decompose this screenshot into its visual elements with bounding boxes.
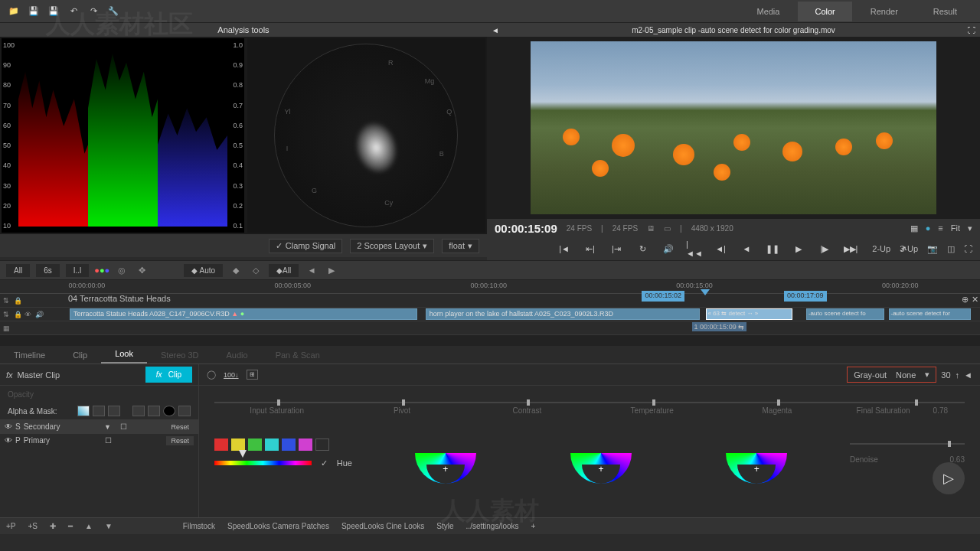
grid-view-icon[interactable]: ▦ (910, 223, 918, 233)
scope-mode-dropdown[interactable]: float ▾ (442, 239, 479, 253)
secondary-reset-button[interactable]: Reset (166, 422, 194, 432)
style-button[interactable]: Style (436, 522, 453, 530)
track-eye-icon[interactable]: 👁 (24, 311, 33, 318)
param-magenta[interactable]: Magenta (714, 386, 839, 415)
swatch-yellow[interactable] (231, 439, 245, 451)
fx-icon[interactable]: fx (6, 370, 13, 380)
alpha-btn-1[interactable] (77, 406, 90, 416)
clamp-signal-toggle[interactable]: ✓ Clamp Signal (269, 239, 342, 253)
track-expand-icon[interactable]: ⊕ (962, 295, 969, 305)
tab-render[interactable]: Render (854, 2, 915, 21)
denoise-row[interactable] (850, 443, 965, 445)
swatch-cyan[interactable] (265, 439, 279, 451)
alpha-btn-2[interactable] (93, 406, 105, 416)
swatch-green[interactable] (248, 439, 262, 451)
speedlooks-cine-button[interactable]: SpeedLooks Cine Looks (341, 522, 424, 530)
preferences-icon[interactable]: 🔧 (106, 4, 121, 19)
viewer-image[interactable] (531, 41, 936, 214)
param-pivot[interactable]: Pivot (339, 386, 464, 415)
timeline-ruler[interactable]: 00:00:00:00 00:00:05:00 00:00:10:00 00:0… (0, 280, 980, 294)
clip-auto2[interactable]: -auto scene detect for (889, 308, 972, 320)
alpha-btn-7[interactable] (178, 406, 191, 416)
sort-up-icon[interactable]: ▲ (85, 522, 93, 530)
next-clip-icon[interactable]: ▶▶| (843, 241, 858, 256)
play-overlay-icon[interactable]: ▷ (933, 462, 965, 494)
pause-icon[interactable]: ❚❚ (765, 241, 780, 256)
filmstock-button[interactable]: Filmstock (183, 522, 215, 530)
redo-icon[interactable]: ↷ (86, 4, 101, 19)
primary-row[interactable]: 👁 P Primary ☐ Reset (0, 433, 198, 447)
track-lock2-icon[interactable]: 🔒 (14, 311, 22, 318)
track-sort-icon[interactable]: ⇅ (3, 297, 11, 305)
set-in-icon[interactable]: ⇤| (583, 241, 598, 256)
swatch-blue[interactable] (282, 439, 296, 451)
crop-icon[interactable]: ▭ (664, 224, 671, 233)
viewer-collapse-left-icon[interactable]: ◄ (490, 26, 501, 34)
tab-look[interactable]: Look (101, 345, 147, 364)
sub-marker[interactable]: 1 00:00:15:09 ⇆ (692, 322, 747, 331)
alpha-btn-4[interactable] (132, 406, 145, 416)
clip-auto1[interactable]: -auto scene detect fo (806, 308, 884, 320)
list-icon[interactable]: ≡ (938, 223, 942, 233)
compare-icon[interactable]: ◫ (947, 244, 955, 254)
open-folder-icon[interactable]: 📁 (6, 4, 21, 19)
track-lock-icon[interactable]: 🔒 (14, 297, 22, 305)
circles-icon[interactable]: ◎ (115, 263, 129, 277)
play-reverse-icon[interactable]: ◄ (739, 241, 754, 256)
filter-all2-button[interactable]: ◆All (269, 264, 299, 277)
param-contrast[interactable]: Contrast (465, 386, 590, 415)
step-back-icon[interactable]: ◄| (713, 241, 728, 256)
diamond-2-icon[interactable]: ◇ (249, 263, 263, 277)
tab-panscan[interactable]: Pan & Scan (262, 347, 334, 364)
color-wheel-3[interactable]: + (726, 422, 787, 484)
add-icon[interactable]: ✚ (50, 522, 56, 530)
snapshot-icon[interactable]: 📷 (927, 244, 938, 254)
viewer-expand-icon[interactable]: ⛶ (966, 26, 977, 34)
filter-il-button[interactable]: I..l (66, 264, 90, 277)
track-grid-icon[interactable]: ▦ (3, 324, 11, 332)
filter-6s-button[interactable]: 6s (36, 264, 60, 277)
clip-toggle-button[interactable]: fx Clip (145, 367, 192, 383)
alpha-btn-3[interactable] (108, 406, 120, 416)
up-arrow-icon[interactable]: ↑ (956, 370, 960, 380)
two-up-button[interactable]: 2-Up (872, 244, 890, 253)
hue-check-icon[interactable]: ✓ (321, 458, 328, 468)
alpha-btn-5[interactable] (148, 406, 160, 416)
nav-next-icon[interactable]: ▶ (325, 263, 338, 277)
alpha-btn-6[interactable] (163, 406, 175, 416)
track-sort2-icon[interactable]: ⇅ (3, 311, 11, 318)
clip-selected[interactable]: « 63 ⇆ detect ↔ » (706, 308, 793, 320)
thirty-value[interactable]: 30 (941, 370, 950, 380)
swatch-red[interactable] (214, 439, 228, 451)
sphere-icon[interactable]: ● (926, 223, 931, 233)
prev-clip-icon[interactable]: |◄◄ (687, 241, 702, 256)
secondary-filter-icon[interactable]: ▼ (100, 422, 116, 432)
tab-result[interactable]: Result (916, 2, 974, 21)
tab-color[interactable]: Color (798, 2, 851, 21)
save-icon[interactable]: 💾 (26, 4, 41, 19)
clip-hallstatt[interactable]: horn player on the lake of hallstatt A02… (426, 308, 701, 320)
three-up-button[interactable]: 3-Up (900, 244, 918, 253)
viewer-timecode[interactable]: 00:00:15:09 (495, 222, 557, 235)
nav-prev-icon[interactable]: ◄ (305, 263, 318, 277)
param-final-sat[interactable]: Final Saturation0.78 (840, 386, 965, 415)
secondary-row[interactable]: 👁 S Secondary ▼ ☐ Reset (0, 419, 198, 433)
add-preset-icon[interactable]: + (531, 522, 536, 530)
fit-dropdown[interactable]: Fit (951, 223, 960, 233)
tab-media[interactable]: Media (740, 2, 796, 21)
eye2-icon[interactable]: 👁 (5, 436, 12, 445)
remove-icon[interactable]: ━ (68, 522, 73, 530)
swatch-magenta[interactable] (299, 439, 312, 451)
tab-clip[interactable]: Clip (59, 347, 101, 364)
track-audio-icon[interactable]: 🔊 (35, 311, 44, 318)
undo-icon[interactable]: ↶ (66, 4, 81, 19)
grid-tool-icon[interactable]: ⊞ (247, 370, 258, 380)
primary-reset-button[interactable]: Reset (166, 436, 194, 445)
sort-down-icon[interactable]: ▼ (105, 522, 113, 530)
fit-dropdown-arrow-icon[interactable]: ▾ (968, 223, 972, 233)
tab-audio[interactable]: Audio (213, 347, 262, 364)
loop-icon[interactable]: ↻ (635, 241, 650, 256)
hue-thumb[interactable] (239, 450, 247, 458)
eye-icon[interactable]: 👁 (5, 422, 12, 431)
play-icon[interactable]: ▶ (791, 241, 806, 256)
